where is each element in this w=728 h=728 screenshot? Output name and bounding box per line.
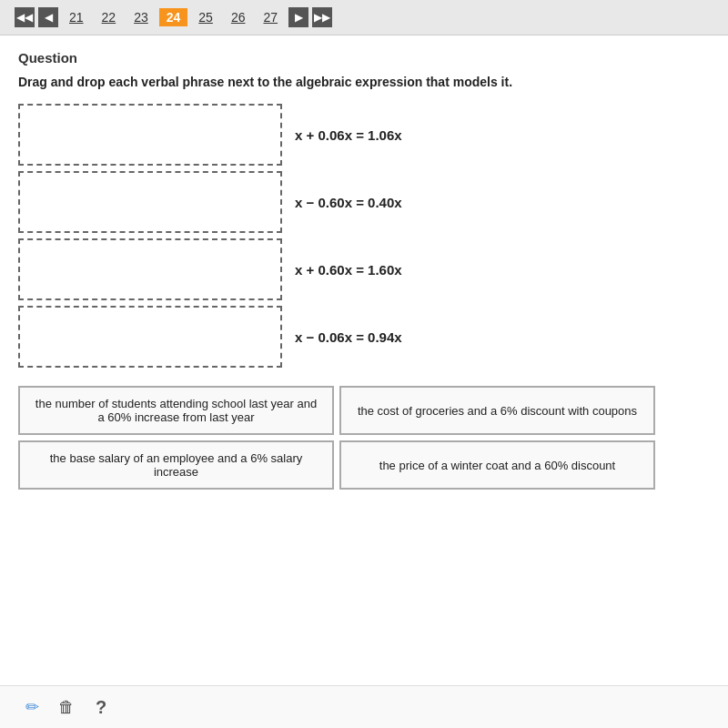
- drop-zone-1[interactable]: [18, 104, 282, 166]
- main-container: ◀◀ ◀ 21 22 23 24 25 26 27 ▶ ▶▶ Question …: [0, 0, 728, 728]
- phrase-card-2[interactable]: the cost of groceries and a 6% discount …: [339, 386, 655, 435]
- bottom-toolbar: ✏ 🗑 ?: [0, 685, 728, 728]
- drop-zone-3[interactable]: [18, 238, 282, 300]
- page-24[interactable]: 24: [159, 8, 188, 26]
- next-page-button[interactable]: ▶: [288, 7, 308, 27]
- help-button[interactable]: ?: [87, 693, 115, 721]
- phrases-container: the number of students attending school …: [18, 386, 655, 490]
- phrase-card-4[interactable]: the price of a winter coat and a 60% dis…: [339, 440, 655, 490]
- drop-row-1: x + 0.06x = 1.06x: [18, 104, 710, 166]
- question-area: Question Drag and drop each verbal phras…: [0, 35, 728, 685]
- drop-zones: x + 0.06x = 1.06x x − 0.60x = 0.40x x + …: [18, 104, 710, 368]
- expression-2: x − 0.60x = 0.40x: [282, 195, 402, 210]
- page-22[interactable]: 22: [95, 8, 124, 26]
- trash-button[interactable]: 🗑: [53, 693, 80, 721]
- drop-row-2: x − 0.60x = 0.40x: [18, 171, 710, 233]
- drop-row-4: x − 0.06x = 0.94x: [18, 306, 710, 368]
- drop-zone-4[interactable]: [18, 306, 282, 368]
- phrase-card-3[interactable]: the base salary of an employee and a 6% …: [18, 440, 334, 490]
- expression-3: x + 0.60x = 1.60x: [282, 262, 402, 278]
- page-25[interactable]: 25: [191, 8, 220, 26]
- page-23[interactable]: 23: [126, 8, 156, 26]
- question-instruction: Drag and drop each verbal phrase next to…: [18, 75, 710, 89]
- expression-4: x − 0.06x = 0.94x: [282, 329, 402, 345]
- first-page-button[interactable]: ◀◀: [15, 7, 35, 27]
- drop-row-3: x + 0.60x = 1.60x: [18, 238, 710, 300]
- prev-page-button[interactable]: ◀: [38, 7, 58, 27]
- phrase-card-1[interactable]: the number of students attending school …: [18, 386, 334, 435]
- last-page-button[interactable]: ▶▶: [312, 7, 332, 27]
- page-27[interactable]: 27: [256, 8, 285, 26]
- page-26[interactable]: 26: [224, 8, 253, 26]
- question-label: Question: [18, 50, 710, 66]
- drop-zone-2[interactable]: [18, 171, 282, 233]
- expression-1: x + 0.06x = 1.06x: [282, 127, 402, 143]
- page-21[interactable]: 21: [62, 8, 91, 26]
- pagination-bar: ◀◀ ◀ 21 22 23 24 25 26 27 ▶ ▶▶: [0, 0, 728, 35]
- pencil-button[interactable]: ✏: [18, 693, 46, 721]
